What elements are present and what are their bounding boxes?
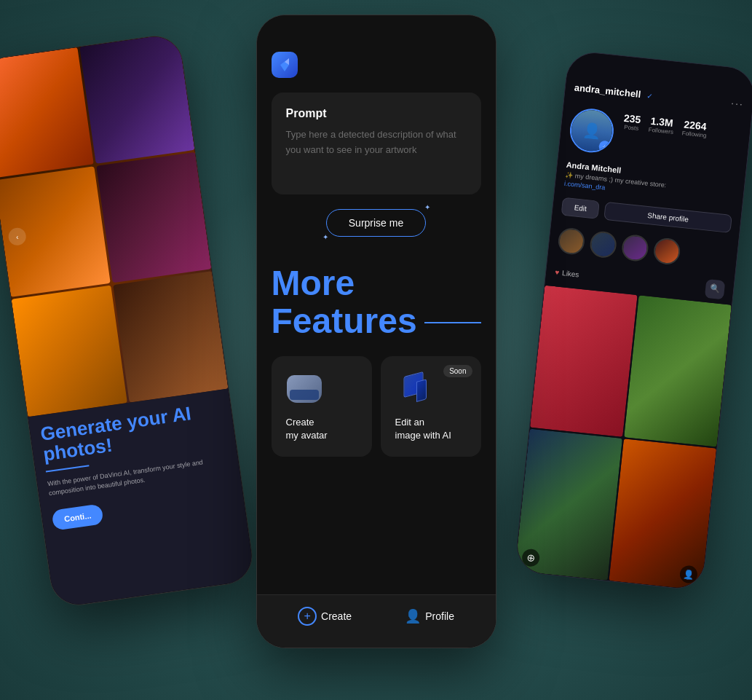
app-logo [272,52,298,78]
prompt-label: Prompt [286,107,467,120]
profile-stats: 235 Posts 1.3M Followers 2264 Following [622,112,708,139]
avatar-plus-button[interactable]: + [598,140,612,153]
left-divider [46,465,90,472]
verified-badge: ✓ [646,92,653,101]
username-text: andra_mitchell [574,82,641,101]
create-label: Create [321,610,352,622]
profile-person-icon: 👤 [405,608,421,624]
prompt-box[interactable]: Prompt Type here a detected description … [272,93,481,194]
vr-visor [290,390,319,400]
right-phone: andra_mitchell ✓ ··· 👤 + 235 Posts 1.3M … [514,50,752,591]
surprise-button-wrapper: ✦ Surprise me ✦ [272,209,481,237]
center-phone-content: Prompt Type here a detected description … [257,15,496,648]
right-phone-content: andra_mitchell ✓ ··· 👤 + 235 Posts 1.3M … [515,50,752,590]
create-plus-icon: + [298,607,317,626]
sparkle-icon-bottom: ✦ [322,233,328,241]
story-circle-2[interactable] [589,230,618,259]
cube-3d-icon [399,374,428,404]
left-phone: ‹ Generate your AI photos! With the powe… [0,32,256,609]
left-phone-content: ‹ Generate your AI photos! With the powe… [0,33,255,607]
nav-profile-item[interactable]: 👤 Profile [405,608,454,624]
profile-avatar: 👤 + [568,106,616,154]
features-title-underline [424,322,481,323]
photo-cell-2 [79,33,195,164]
soon-badge: Soon [443,365,472,377]
feature-card-edit-ai[interactable]: Soon Edit animage with AI [381,356,481,457]
profile-label: Profile [425,610,454,622]
photo-cell-6 [113,272,229,403]
feature-cards-grid: Createmy avatar Soon Edit animage with A… [272,356,481,457]
nav-create-item[interactable]: + Create [298,607,352,626]
edit-ai-card-icon [395,371,432,407]
photo-cell-1 [0,47,93,178]
stat-following: 2264 Following [681,118,708,138]
avatar-card-title: Createmy avatar [286,416,357,442]
feature-card-avatar[interactable]: Createmy avatar [272,356,372,457]
more-options-dots[interactable]: ··· [730,97,744,110]
heart-icon: ♥ [555,268,560,277]
edit-ai-card-title: Edit animage with AI [395,416,467,442]
story-circle-3[interactable] [621,233,650,262]
gallery-cell-3[interactable]: ⊕ [515,428,622,581]
photo-cell-5 [12,286,127,417]
center-phone: Prompt Type here a detected description … [256,15,496,648]
profile-gallery: ⊕ 👤 [515,285,732,590]
posts-label: Posts [624,124,639,132]
stat-posts: 235 Posts [622,112,641,132]
story-circle-4[interactable] [652,237,681,266]
stat-followers: 1.3M Followers [648,115,675,135]
sparkle-icon-top: ✦ [424,203,430,211]
continue-button[interactable]: Conti... [51,503,104,530]
gallery-cell-2[interactable] [624,295,732,447]
features-section: More Features Createmy avatar [257,251,496,594]
gallery-cell-4[interactable]: 👤 [609,439,716,591]
gallery-search-button[interactable]: 🔍 [705,278,726,299]
surprise-button[interactable]: Surprise me [326,209,426,237]
features-title-line1: More [272,266,481,301]
gallery-cell-1[interactable] [530,285,638,437]
features-title-line2: Features [272,304,417,339]
likes-text: Likes [562,269,579,278]
avatar-card-icon [286,371,322,407]
likes-label: ♥ Likes [555,268,579,278]
cube-side-face [416,379,427,402]
center-header [257,15,496,93]
left-bottom-section: Generate your AI photos! With the power … [28,388,255,607]
vr-helmet-icon [287,375,322,403]
edit-profile-button[interactable]: Edit [561,197,601,219]
left-photo-grid: ‹ [0,33,228,417]
photo-cell-4 [96,152,212,283]
right-header-left: andra_mitchell ✓ [574,81,654,102]
bottom-navigation: + Create 👤 Profile [257,594,496,648]
prompt-placeholder: Type here a detected description of what… [286,127,467,158]
story-circle-1[interactable] [557,227,586,256]
